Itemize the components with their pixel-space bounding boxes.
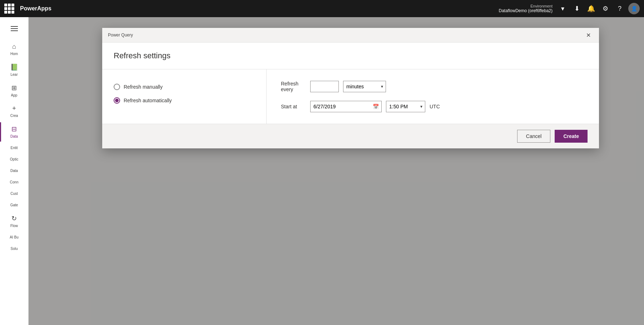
sidebar-item-flows-label: Flow [10,224,18,228]
time-select-wrapper: 12:00 AM 12:30 AM 1:00 AM 1:30 AM 2:00 A… [386,101,425,112]
sidebar-item-home-label: Hom [10,52,18,56]
modal-title: Refresh settings [102,43,599,69]
modal-close-button[interactable]: ✕ [583,30,593,40]
content-area: Power Query ✕ Refresh settings [29,17,644,325]
learn-icon: 📗 [10,63,18,71]
hamburger-menu-button[interactable] [7,21,21,36]
sidebar-item-solutions-label: Solu [10,247,18,251]
top-bar-right: Environment DataflowDemo (oref6ffeba2) ▾… [499,3,640,14]
download-icon[interactable]: ⬇ [571,3,583,14]
sidebar-item-apps[interactable]: ⊞ App [0,81,28,100]
modal-right-panel: Refresh every minutes hours days ▾ [267,69,599,124]
sidebar-item-dataflows-label: Data [10,169,18,173]
sidebar-item-gateways-label: Gate [10,203,18,207]
environment-info: Environment DataflowDemo (oref6ffeba2) [499,4,553,13]
radio-label-manually: Refresh manually [124,84,163,90]
app-background: PowerApps Environment DataflowDemo (oref… [0,0,644,325]
sidebar-item-create-label: Crea [10,114,18,118]
home-icon: ⌂ [12,43,16,50]
interval-unit-select[interactable]: minutes hours days [343,81,386,92]
modal-header-bar: Power Query ✕ [102,28,599,43]
sidebar-item-dataflows[interactable]: Data [0,166,28,176]
sidebar-item-learn[interactable]: 📗 Lear [0,60,28,80]
modal-window: Power Query ✕ Refresh settings [102,28,599,148]
sidebar-item-entities-label: Entit [10,146,18,150]
sidebar-item-options-label: Optic [10,157,18,162]
sidebar-item-data-label: Data [10,134,18,139]
radio-item-automatically[interactable]: Refresh automatically [114,97,255,104]
sidebar-item-custom[interactable]: Cust [0,189,28,199]
sidebar-item-options[interactable]: Optic [0,154,28,164]
sidebar-item-gateways[interactable]: Gate [0,200,28,210]
environment-label: Environment [499,4,553,8]
waffle-icon[interactable] [4,4,14,14]
radio-circle-automatically[interactable] [114,97,120,104]
modal-content-wrapper: Refresh manually Refresh automatically [102,69,599,124]
sidebar-item-apps-label: App [11,93,18,98]
radio-label-automatically: Refresh automatically [124,98,172,103]
modal-container: Power Query ✕ Refresh settings [57,24,644,325]
notification-bell-icon[interactable]: 🔔 [585,3,597,14]
settings-gear-icon[interactable]: ⚙ [600,3,611,14]
help-icon[interactable]: ? [614,3,625,14]
apps-icon: ⊞ [11,84,17,92]
sidebar-item-home[interactable]: ⌂ Hom [0,40,28,59]
timezone-label: UTC [430,104,440,109]
sidebar-item-ai-label: AI Bu [10,235,18,240]
data-icon: ⊟ [11,125,17,133]
cancel-button[interactable]: Cancel [517,130,551,143]
sidebar-item-entities[interactable]: Entit [0,143,28,153]
radio-circle-manually[interactable] [114,84,120,90]
user-avatar[interactable]: 👤 [628,3,640,14]
app-title: PowerApps [20,5,51,12]
refresh-interval-input[interactable] [310,81,339,92]
sidebar-item-solutions[interactable]: Solu [0,244,28,254]
date-input-wrapper: 📅 [310,101,382,112]
sidebar-item-connections-label: Conn [10,180,19,184]
sidebar-item-connections[interactable]: Conn [0,177,28,187]
create-icon: + [12,105,16,112]
sidebar-item-learn-label: Lear [10,73,18,77]
refresh-every-label: Refresh every [281,81,306,92]
start-at-label: Start at [281,104,306,109]
modal-left-panel: Refresh manually Refresh automatically [102,69,267,124]
radio-item-manually[interactable]: Refresh manually [114,84,255,90]
sidebar-item-flows[interactable]: ↻ Flow [0,212,28,231]
top-bar: PowerApps Environment DataflowDemo (oref… [0,0,644,17]
start-at-row: Start at 📅 12:00 AM 12:30 AM [281,101,585,112]
create-button[interactable]: Create [555,130,588,143]
modal-header-title: Power Query [108,33,133,38]
modal-footer: Cancel Create [102,124,599,148]
sidebar: ⌂ Hom 📗 Lear ⊞ App + Crea ⊟ Data Entit [0,17,29,325]
start-time-select[interactable]: 12:00 AM 12:30 AM 1:00 AM 1:30 AM 2:00 A… [386,101,425,112]
modal-body: Refresh manually Refresh automatically [102,69,599,124]
sidebar-item-ai-builder[interactable]: AI Bu [0,232,28,242]
refresh-every-row: Refresh every minutes hours days ▾ [281,81,585,92]
flows-icon: ↻ [11,215,17,222]
sidebar-item-data[interactable]: ⊟ Data [0,122,28,142]
main-layout: ⌂ Hom 📗 Lear ⊞ App + Crea ⊟ Data Entit [0,17,644,325]
sidebar-item-custom-label: Cust [10,192,18,196]
chevron-down-icon[interactable]: ▾ [557,3,568,14]
sidebar-item-create[interactable]: + Crea [0,102,28,121]
environment-name: DataflowDemo (oref6ffeba2) [499,8,553,13]
start-date-input[interactable] [310,101,382,112]
interval-unit-select-wrapper: minutes hours days ▾ [343,81,386,92]
